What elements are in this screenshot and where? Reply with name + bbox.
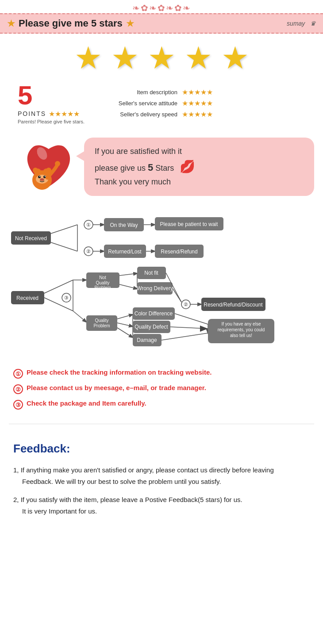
svg-point-9: [39, 176, 40, 177]
points-row-1-label: Item description: [102, 89, 177, 96]
points-row-2: Seller's service attitude ★★★★★: [102, 99, 213, 107]
points-row-1: Item description ★★★★★: [102, 88, 213, 96]
satisfaction-line2: please give us: [95, 164, 148, 172]
points-caption: Parents! Please give five stars.: [18, 119, 85, 124]
svg-text:Resend/Refund: Resend/Refund: [161, 249, 197, 255]
big-star-3: ★: [148, 42, 176, 73]
divider: [9, 424, 314, 424]
big-star-1: ★: [74, 42, 102, 73]
mascot-container: [18, 138, 80, 196]
header-star-right: ★: [126, 18, 134, 29]
flowchart-svg: Not Received ① On the Way Please be pati…: [9, 209, 314, 355]
lips-icon: 💋: [180, 160, 195, 173]
top-decoration: ❧✿❧✿❧✿❧: [0, 0, 323, 13]
feedback-item-1-num: 1,: [13, 466, 21, 474]
svg-line-54: [173, 288, 181, 302]
feedback-item-2-indent: It is very Important for us.: [22, 506, 314, 517]
svg-text:③: ③: [64, 295, 69, 300]
svg-text:Received: Received: [16, 295, 38, 301]
feedback-item-1-indent: Feedback. We will try our best to solve …: [22, 476, 314, 487]
svg-point-11: [40, 178, 44, 181]
svg-text:Problem: Problem: [93, 323, 110, 328]
points-stars-inline: ★★★★★: [49, 110, 80, 118]
satisfaction-line1: If you are satisfied with it: [95, 147, 182, 156]
svg-text:Damage: Damage: [137, 337, 157, 343]
header-star-left: ★: [7, 18, 15, 29]
instruction-2-num: ②: [13, 384, 23, 394]
svg-text:②: ②: [86, 249, 91, 254]
satisfaction-five: 5: [148, 162, 153, 173]
svg-line-76: [162, 333, 208, 340]
points-row-1-stars: ★★★★★: [182, 88, 213, 96]
svg-text:Not Received: Not Received: [15, 235, 47, 242]
svg-point-12: [55, 161, 60, 166]
big-star-5: ★: [221, 42, 249, 73]
instruction-3-num: ③: [13, 400, 23, 410]
svg-marker-79: [200, 326, 208, 332]
header-right: sumay ♛: [287, 20, 316, 27]
points-right: Item description ★★★★★ Seller's service …: [102, 88, 213, 119]
header-title: Please give me 5 stars: [19, 18, 123, 29]
instruction-2: ② Please contact us by meesage, e–mail, …: [13, 384, 314, 394]
points-row-2-stars: ★★★★★: [182, 99, 213, 107]
stars-section: ★ ★ ★ ★ ★: [0, 34, 323, 78]
svg-text:also tell us!: also tell us!: [230, 333, 252, 338]
instructions-section: ① Please check the tracking information …: [0, 364, 323, 419]
brand-name: sumay: [287, 20, 305, 27]
flowchart-section: Not Received ① On the Way Please be pati…: [0, 205, 323, 364]
header-bar: ★ Please give me 5 stars ★ sumay ♛: [0, 13, 323, 34]
svg-text:Quality: Quality: [96, 280, 109, 285]
svg-text:Wrong Delivery: Wrong Delivery: [137, 285, 173, 291]
svg-text:Not: Not: [99, 275, 106, 280]
svg-line-46: [119, 273, 137, 276]
feedback-title: Feedback:: [13, 442, 314, 456]
points-number: 5: [18, 82, 32, 109]
svg-text:Quality Defect: Quality Defect: [135, 324, 168, 330]
svg-text:If you have any else: If you have any else: [222, 322, 261, 326]
satisfaction-line2b: Stars: [153, 164, 174, 172]
svg-line-65: [117, 323, 133, 326]
svg-line-74: [175, 314, 208, 324]
svg-text:①: ①: [86, 222, 91, 227]
header-left: ★ Please give me 5 stars ★: [7, 18, 134, 29]
svg-point-10: [45, 176, 46, 177]
instruction-1: ① Please check the tracking information …: [13, 368, 314, 379]
satisfaction-section: If you are satisfied with it please give…: [0, 133, 323, 205]
feedback-item-2-num: 2,: [13, 496, 21, 503]
instruction-1-text: Please check the tracking information on…: [27, 368, 211, 376]
speech-bubble: If you are satisfied with it please give…: [84, 138, 314, 196]
satisfaction-line3: Thank you very much: [95, 177, 171, 186]
svg-text:Quality: Quality: [95, 318, 108, 323]
svg-text:②: ②: [184, 302, 188, 307]
svg-text:On the Way: On the Way: [110, 222, 138, 228]
feedback-item-1-text: If anything make you aren't satisfied or…: [21, 466, 274, 474]
points-left: 5 POINTS ★★★★★ Parents! Please give five…: [18, 82, 85, 124]
instruction-1-num: ①: [13, 369, 23, 379]
svg-line-36: [44, 280, 73, 293]
svg-point-4: [33, 168, 38, 173]
feedback-item-2: 2, If you satisfy with the item, please …: [13, 494, 314, 517]
svg-text:Resend/Refund/Discount: Resend/Refund/Discount: [204, 302, 263, 308]
svg-line-60: [73, 311, 86, 322]
instruction-2-text: Please contact us by meesage, e–mail, or…: [27, 384, 206, 391]
points-row-3-label: Seller's delivery speed: [102, 111, 177, 118]
points-row-3-stars: ★★★★★: [182, 110, 213, 119]
svg-text:Please be patient to wait: Please be patient to wait: [160, 221, 218, 227]
feedback-item-2-text: If you satisfy with the item, please lea…: [21, 496, 242, 503]
feedback-section: Feedback: 1, If anything make you aren't…: [0, 429, 323, 533]
svg-line-16: [51, 242, 77, 251]
svg-text:requirements, you could: requirements, you could: [218, 327, 265, 332]
points-row-2-label: Seller's service attitude: [102, 100, 177, 107]
svg-line-37: [44, 298, 73, 311]
svg-text:Not fit: Not fit: [144, 270, 158, 276]
big-star-2: ★: [111, 42, 139, 73]
crown-icon: ♛: [310, 20, 316, 27]
svg-text:Problem: Problem: [94, 285, 111, 290]
svg-point-7: [38, 176, 41, 178]
instruction-3-text: Check the package and Item carefully.: [27, 399, 146, 407]
svg-line-66: [117, 328, 133, 337]
big-star-4: ★: [185, 42, 212, 73]
points-label: POINTS: [18, 110, 46, 117]
svg-line-47: [119, 284, 137, 289]
points-row-3: Seller's delivery speed ★★★★★: [102, 110, 213, 119]
